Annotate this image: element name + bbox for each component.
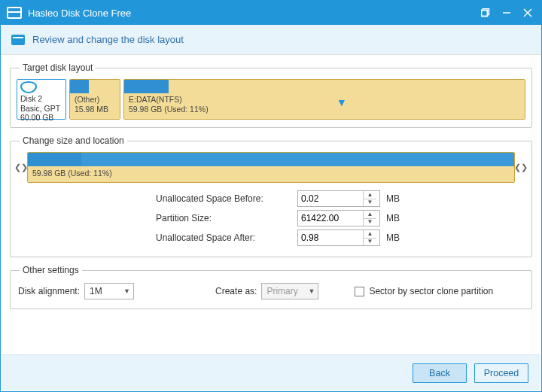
resize-handle-left[interactable]: ❮❯ — [17, 152, 26, 183]
target-disk-layout-group: Target disk layout Disk 2 Basic, GPT 60.… — [10, 62, 532, 128]
subheader-text: Review and change the disk layout — [32, 34, 184, 45]
spinner-up-icon[interactable]: ▲ — [364, 211, 376, 219]
disk-name: Disk 2 — [20, 94, 62, 104]
input-unalloc-before[interactable]: ▲▼ — [297, 190, 380, 207]
partition-label: E:DATA(NTFS) — [129, 95, 520, 105]
restore-button[interactable] — [475, 1, 496, 25]
select-create-as: Primary ▼ — [261, 283, 318, 299]
label-partition-size: Partition Size: — [156, 213, 291, 223]
minimize-button[interactable] — [496, 1, 517, 25]
select-create-as-value: Primary — [266, 286, 297, 296]
input-partition-size-field[interactable] — [298, 211, 363, 226]
select-disk-alignment-value: 1M — [90, 286, 102, 296]
change-size-legend: Change size and location — [20, 135, 127, 146]
window-title: Hasleo Disk Clone Free — [28, 8, 475, 19]
disk-info[interactable]: Disk 2 Basic, GPT 60.00 GB — [17, 79, 66, 120]
partition-slider[interactable]: 59.98 GB (Used: 11%) — [27, 152, 515, 183]
chevron-down-icon: ▼ — [123, 287, 130, 295]
label-disk-alignment: Disk alignment: — [18, 286, 80, 296]
resize-handle-right[interactable]: ❮❯ — [516, 152, 525, 183]
spinner-down-icon[interactable]: ▼ — [364, 219, 376, 226]
footer: Back Proceed — [2, 354, 540, 390]
unit-mb: MB — [386, 232, 400, 243]
checkbox-box-icon — [355, 287, 364, 296]
select-disk-alignment[interactable]: 1M ▼ — [84, 283, 134, 299]
spinner-down-icon[interactable]: ▼ — [364, 239, 376, 246]
titlebar: Hasleo Disk Clone Free — [1, 1, 541, 25]
close-button[interactable] — [517, 1, 538, 25]
layout-icon — [11, 35, 25, 45]
partition-size: 15.98 MB — [75, 105, 115, 114]
proceed-button[interactable]: Proceed — [474, 363, 528, 383]
partition-label: (Other) — [75, 95, 115, 105]
partition-size: 59.98 GB (Used: 11%) — [129, 105, 520, 114]
checkbox-sector-clone[interactable]: Sector by sector clone partition — [355, 286, 493, 296]
unit-mb: MB — [386, 193, 400, 204]
disk-size: 60.00 GB — [20, 113, 62, 123]
label-unalloc-after: Unallocated Space After: — [156, 232, 291, 243]
app-icon — [7, 7, 22, 19]
target-disk-layout-legend: Target disk layout — [20, 62, 96, 73]
label-unalloc-before: Unallocated Space Before: — [156, 193, 291, 204]
chevron-down-icon: ▼ — [308, 287, 315, 295]
partition-other[interactable]: (Other) 15.98 MB — [69, 79, 120, 120]
hdd-icon — [20, 81, 37, 93]
input-unalloc-before-field[interactable] — [298, 191, 363, 206]
input-unalloc-after-field[interactable] — [298, 230, 363, 245]
slider-caption: 59.98 GB (Used: 11%) — [28, 166, 514, 182]
subheader: Review and change the disk layout — [1, 25, 541, 55]
svg-rect-1 — [482, 11, 488, 17]
checkbox-sector-clone-label: Sector by sector clone partition — [369, 286, 493, 296]
change-size-group: Change size and location ❮❯ 59.98 GB (Us… — [10, 135, 532, 257]
spinner-down-icon[interactable]: ▼ — [364, 199, 376, 207]
other-settings-legend: Other settings — [20, 265, 82, 275]
disk-scheme: Basic, GPT — [20, 104, 62, 114]
label-create-as: Create as: — [215, 286, 257, 296]
pin-icon: ▼ — [336, 96, 347, 108]
other-settings-group: Other settings Disk alignment: 1M ▼ Crea… — [10, 265, 532, 309]
unit-mb: MB — [386, 213, 400, 223]
spinner-up-icon[interactable]: ▲ — [364, 230, 376, 239]
input-unalloc-after[interactable]: ▲▼ — [297, 229, 380, 246]
back-button[interactable]: Back — [413, 363, 467, 383]
partition-edata[interactable]: E:DATA(NTFS) 59.98 GB (Used: 11%) ▼ — [123, 79, 525, 120]
spinner-up-icon[interactable]: ▲ — [364, 191, 376, 199]
input-partition-size[interactable]: ▲▼ — [297, 210, 380, 226]
